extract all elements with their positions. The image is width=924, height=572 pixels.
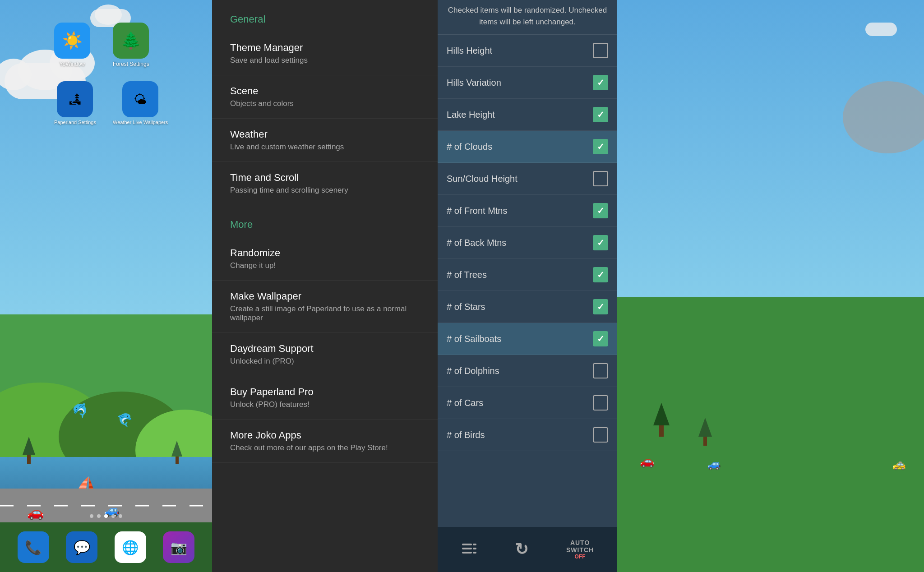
far-right-cloud1 [865, 23, 897, 36]
middle-panel: General Theme Manager Save and load sett… [212, 0, 438, 572]
clouds-checkbox[interactable] [593, 139, 608, 154]
menu-item-daydream[interactable]: Daydream Support Unlocked in (PRO) [212, 333, 438, 376]
cars-label: # of Cars [447, 398, 483, 408]
randomize-item-hills-variation[interactable]: Hills Variation [438, 67, 617, 99]
far-right-sky [617, 0, 924, 314]
dot5 [119, 514, 122, 518]
messages-dock-icon[interactable]: 💬 [66, 531, 97, 563]
switch-label: SWITCH [566, 546, 594, 554]
sailboats-checkbox[interactable] [593, 331, 608, 346]
randomize-item-suncloud-height[interactable]: Sun/Cloud Height [438, 163, 617, 195]
daydream-subtitle: Unlocked in (PRO) [230, 357, 420, 366]
menu-item-theme-manager[interactable]: Theme Manager Save and load settings [212, 32, 438, 75]
make-wallpaper-subtitle: Create a still image of Paperland to use… [230, 304, 420, 323]
lake-height-checkbox[interactable] [593, 107, 608, 122]
birds-checkbox[interactable] [593, 427, 608, 443]
daydream-title: Daydream Support [230, 343, 420, 355]
randomize-item-cars[interactable]: # of Cars [438, 387, 617, 419]
randomize-item-front-mtns[interactable]: # of Front Mtns [438, 195, 617, 227]
menu-item-time-scroll[interactable]: Time and Scroll Passing time and scrolli… [212, 162, 438, 205]
right-panel: Checked items will be randomized. Unchec… [438, 0, 617, 572]
paperland-icon: 🏞 [57, 81, 93, 117]
randomize-item-stars[interactable]: # of Stars [438, 291, 617, 323]
suncloud-height-label: Sun/Cloud Height [447, 174, 517, 184]
hills-height-checkbox[interactable] [593, 43, 608, 58]
randomize-item-trees[interactable]: # of Trees [438, 259, 617, 291]
far-right-tree2 [698, 418, 712, 446]
dot3-active [104, 514, 108, 518]
weather-icon-container[interactable]: 🌤 Weather Live Wallpapers [113, 81, 168, 125]
weather-subtitle: Live and custom weather settings [230, 143, 420, 152]
menu-item-make-wallpaper[interactable]: Make Wallpaper Create a still image of P… [212, 281, 438, 333]
buy-pro-subtitle: Unlock (PRO) features! [230, 400, 420, 409]
hills-variation-checkbox[interactable] [593, 75, 608, 90]
bottom-nav-bar: ↻ AUTO SWITCH OFF [438, 527, 617, 572]
dot1 [90, 514, 93, 518]
weather-label: Weather Live Wallpapers [113, 120, 168, 125]
far-right-panel: 🚗 🚙 🚕 [617, 0, 924, 572]
sailboats-label: # of Sailboats [447, 334, 501, 344]
menu-nav-button[interactable] [461, 540, 477, 559]
dolphins-checkbox[interactable] [593, 363, 608, 378]
randomize-header-text: Checked items will be randomized. Unchec… [447, 5, 608, 28]
menu-item-weather[interactable]: Weather Live and custom weather settings [212, 119, 438, 162]
phone-dock-icon[interactable]: 📞 [18, 531, 49, 563]
forest-icon: 🌲 [113, 23, 149, 59]
yowindow-icon-container[interactable]: ☀️ YoWindow [54, 23, 90, 67]
svg-rect-5 [473, 552, 476, 554]
far-right-car3: 🚕 [892, 458, 906, 471]
refresh-nav-button[interactable]: ↻ [515, 540, 528, 559]
cars-checkbox[interactable] [593, 395, 608, 411]
svg-rect-3 [473, 544, 476, 545]
red-car: 🚗 [27, 504, 44, 520]
paperland-label: Paperland Settings [54, 120, 96, 125]
page-dots [90, 514, 122, 518]
general-section-header: General [212, 0, 438, 32]
time-scroll-title: Time and Scroll [230, 172, 420, 184]
menu-item-more-joko[interactable]: More Joko Apps Check out more of our app… [212, 420, 438, 463]
hills-variation-label: Hills Variation [447, 78, 501, 88]
randomize-title: Randomize [230, 247, 420, 259]
time-scroll-subtitle: Passing time and scrolling scenery [230, 186, 420, 195]
make-wallpaper-title: Make Wallpaper [230, 291, 420, 302]
theme-manager-title: Theme Manager [230, 42, 420, 54]
chrome-dock-icon[interactable]: 🌐 [115, 531, 146, 563]
randomize-item-clouds[interactable]: # of Clouds [438, 131, 617, 163]
weather-title: Weather [230, 129, 420, 140]
dolphin2: 🐬 [116, 411, 134, 429]
yowindow-label: YoWindow [54, 61, 90, 67]
refresh-nav-icon: ↻ [515, 540, 528, 559]
camera-dock-icon[interactable]: 📷 [163, 531, 194, 563]
front-mtns-checkbox[interactable] [593, 203, 608, 218]
svg-rect-0 [462, 544, 472, 545]
paperland-icon-container[interactable]: 🏞 Paperland Settings [54, 81, 96, 125]
trees-checkbox[interactable] [593, 267, 608, 282]
randomize-item-lake-height[interactable]: Lake Height [438, 99, 617, 131]
clouds-label: # of Clouds [447, 142, 492, 152]
birds-label: # of Birds [447, 430, 485, 440]
menu-item-scene[interactable]: Scene Objects and colors [212, 75, 438, 119]
randomize-item-sailboats[interactable]: # of Sailboats [438, 323, 617, 355]
svg-rect-2 [462, 552, 472, 554]
weather-icon: 🌤 [122, 81, 158, 117]
stars-checkbox[interactable] [593, 299, 608, 314]
dot2 [97, 514, 101, 518]
far-right-tree1 [653, 403, 670, 437]
menu-item-randomize[interactable]: Randomize Change it up! [212, 237, 438, 281]
randomize-item-back-mtns[interactable]: # of Back Mtns [438, 227, 617, 259]
menu-item-buy-pro[interactable]: Buy Paperland Pro Unlock (PRO) features! [212, 376, 438, 420]
small-cloud2 [95, 5, 122, 25]
randomize-item-dolphins[interactable]: # of Dolphins [438, 355, 617, 387]
forest-icon-container[interactable]: 🌲 Forest Settings [113, 23, 149, 67]
more-section-header: More [212, 205, 438, 237]
randomize-item-hills-height[interactable]: Hills Height [438, 35, 617, 67]
suncloud-height-checkbox[interactable] [593, 171, 608, 186]
randomize-item-birds[interactable]: # of Birds [438, 419, 617, 451]
randomize-header: Checked items will be randomized. Unchec… [438, 0, 617, 35]
bottom-dock: 📞 💬 🌐 📷 [0, 522, 212, 572]
auto-switch-button[interactable]: AUTO SWITCH OFF [566, 539, 594, 560]
yowindow-icon: ☀️ [54, 23, 90, 59]
back-mtns-checkbox[interactable] [593, 235, 608, 250]
far-right-car2: 🚙 [707, 458, 721, 471]
svg-rect-1 [462, 548, 472, 549]
